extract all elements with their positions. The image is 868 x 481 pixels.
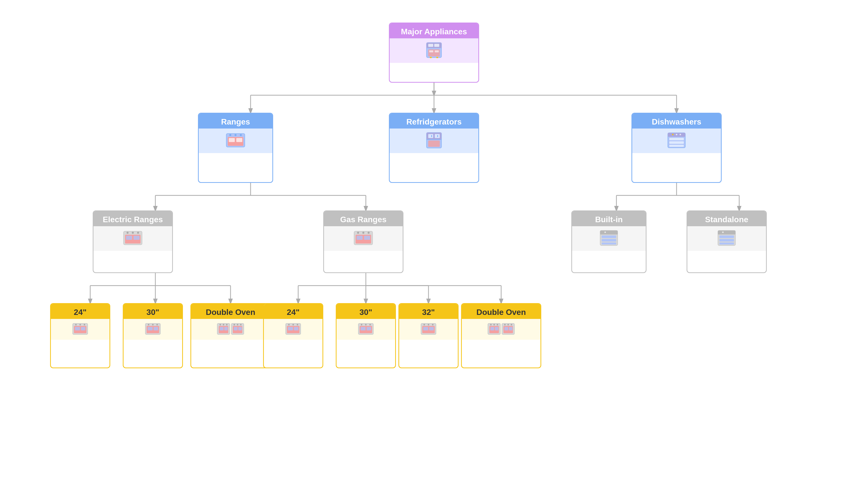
svg-rect-50 [428,140,440,147]
node-ranges-icon [199,129,272,153]
node-gas-double-label: Double Oven [462,304,540,319]
built-in-icon [598,229,620,247]
svg-rect-58 [669,145,684,147]
e-double-icon [217,322,244,336]
svg-rect-33 [434,44,439,47]
node-dishwashers[interactable]: Dishwashers [631,113,722,183]
node-electric-double-label: Double Oven [191,304,270,319]
svg-point-43 [229,134,231,136]
node-gas-32[interactable]: 32" [398,303,459,368]
svg-rect-53 [437,135,438,137]
node-electric-30-icon [124,319,182,340]
node-electric-30-label: 30" [124,304,182,319]
node-gas-32-icon [399,319,458,340]
svg-point-134 [424,324,425,325]
node-dishwashers-label: Dishwashers [632,114,721,129]
svg-point-75 [368,232,370,234]
g24-icon [284,322,302,336]
node-electric-ranges-label: Electric Ranges [93,211,172,226]
svg-rect-118 [288,327,293,330]
svg-point-149 [507,324,509,325]
standalone-icon [715,229,738,247]
node-gas-30[interactable]: 30" [336,303,396,368]
node-gas-24[interactable]: 24" [263,303,323,368]
node-standalone[interactable]: Standalone [687,211,767,273]
svg-rect-139 [490,327,494,330]
node-ranges[interactable]: Ranges [198,113,273,183]
node-dishwashers-icon [632,129,721,153]
node-standalone-label: Standalone [687,211,766,226]
svg-point-74 [362,232,364,234]
svg-point-128 [365,324,367,325]
svg-rect-36 [435,50,439,52]
node-gas-24-icon [264,319,322,340]
node-gas-double[interactable]: Double Oven [461,303,541,368]
svg-rect-111 [234,327,238,330]
svg-point-68 [137,232,139,234]
g32-icon [420,322,437,336]
svg-point-45 [240,134,242,136]
node-refrigerators-label: Refridgerators [390,114,478,129]
svg-rect-105 [224,327,228,330]
svg-rect-57 [669,141,684,144]
svg-rect-37 [430,57,432,58]
node-gas-32-label: 32" [399,304,458,319]
svg-rect-119 [294,327,299,330]
svg-rect-140 [495,327,498,330]
svg-rect-98 [154,327,158,330]
svg-rect-38 [436,57,438,58]
svg-point-142 [493,324,495,325]
svg-point-73 [357,232,359,234]
svg-rect-125 [361,327,366,330]
svg-rect-104 [220,327,223,330]
node-electric-double[interactable]: Double Oven [190,303,271,368]
node-major-appliances[interactable]: Major Appliances [389,23,479,83]
major-appliances-icon [423,41,445,59]
node-electric-24[interactable]: 24" [50,303,110,368]
node-built-in-label: Built-in [572,211,646,226]
e24-icon [71,322,89,336]
electric-ranges-icon [122,229,144,247]
node-gas-double-icon [462,319,540,340]
refrigerators-icon [423,131,445,149]
svg-rect-80 [602,243,616,245]
svg-rect-84 [719,235,734,238]
svg-point-99 [148,324,149,325]
node-refrigerators-icon [390,129,478,153]
svg-rect-35 [429,50,433,52]
svg-point-148 [504,324,506,325]
svg-rect-133 [429,327,434,330]
svg-rect-32 [428,44,433,47]
node-ranges-label: Ranges [199,114,272,129]
svg-rect-77 [600,230,618,234]
node-refrigerators[interactable]: Refridgerators [389,113,479,183]
svg-point-121 [292,324,294,325]
svg-rect-78 [602,235,616,238]
node-built-in[interactable]: Built-in [571,211,647,273]
svg-point-87 [722,231,724,233]
svg-point-66 [127,232,128,234]
svg-rect-83 [718,230,736,234]
node-electric-30[interactable]: 30" [123,303,183,368]
node-electric-ranges[interactable]: Electric Ranges [93,211,173,273]
svg-point-61 [680,134,681,135]
svg-rect-132 [423,327,428,330]
node-major-appliances-icon [390,38,478,63]
svg-rect-85 [719,239,734,242]
svg-point-135 [428,324,429,325]
svg-point-93 [80,324,81,325]
svg-rect-147 [509,327,513,330]
svg-point-101 [156,324,158,325]
svg-point-150 [511,324,512,325]
g-double-icon [487,322,515,336]
svg-point-122 [297,324,298,325]
svg-rect-71 [356,236,363,240]
node-gas-ranges[interactable]: Gas Ranges [323,211,403,273]
svg-point-113 [234,324,235,325]
svg-rect-146 [504,327,508,330]
svg-point-106 [219,324,221,325]
node-standalone-icon [687,226,766,251]
svg-point-107 [223,324,224,325]
e30-icon [144,322,162,336]
svg-rect-65 [133,236,140,240]
